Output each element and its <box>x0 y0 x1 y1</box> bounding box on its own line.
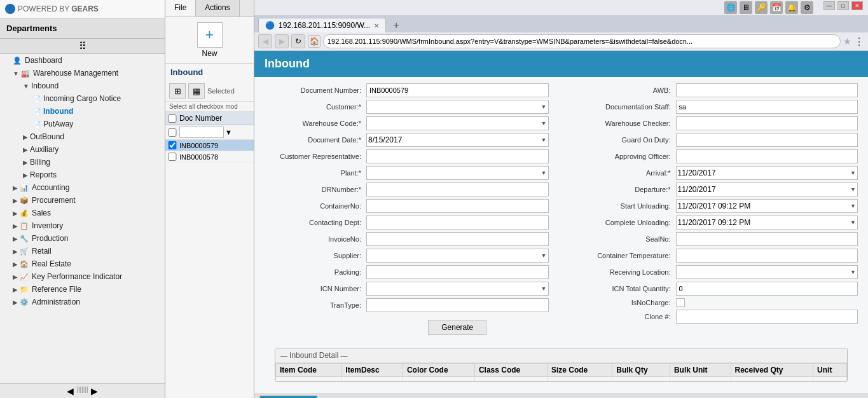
sidebar-scroll-handle[interactable]: ⠿ <box>79 41 86 51</box>
input-container-temp[interactable] <box>676 249 858 263</box>
input-clone[interactable] <box>676 310 858 324</box>
sidebar-item-procurement[interactable]: ▶ 📦 Procurement <box>0 194 165 207</box>
sidebar-item-outbound[interactable]: ▶ OutBound <box>0 130 165 143</box>
doc-checkbox-1[interactable] <box>168 153 177 161</box>
select-receiving-location[interactable]: ▼ <box>676 265 858 279</box>
status-inbound-detail[interactable]: Inbound Detail <box>259 395 317 398</box>
production-icon: 🔧 <box>20 235 29 243</box>
input-dr-number[interactable] <box>366 182 549 196</box>
select-customer[interactable]: ▼ <box>366 100 549 114</box>
tab-close-btn[interactable]: ✕ <box>374 22 379 29</box>
sidebar-item-reference-file[interactable]: ▶ 📁 Reference File <box>0 283 165 296</box>
input-container-no[interactable] <box>366 199 549 213</box>
input-icn-total-qty[interactable] <box>676 282 858 296</box>
restore-btn[interactable]: □ <box>837 1 849 10</box>
browser-menu-btn[interactable]: ⋮ <box>854 36 864 48</box>
sidebar-bottom-scroll-right[interactable]: ▶ <box>91 386 98 396</box>
home-btn[interactable]: 🏠 <box>308 35 320 48</box>
bookmark-icon[interactable]: ★ <box>843 36 851 46</box>
sidebar-item-accounting[interactable]: ▶ 📊 Accounting <box>0 181 165 194</box>
input-approving-officer[interactable] <box>676 149 858 163</box>
sidebar-item-warehouse-management[interactable]: ▼ 🏭 Warehouse Management <box>0 67 165 79</box>
close-btn[interactable]: ✕ <box>851 1 863 10</box>
filter-checkbox[interactable] <box>168 128 177 137</box>
checkbox-is-no-charge[interactable] <box>676 298 685 307</box>
sidebar-item-inbound-parent[interactable]: ▼ Inbound <box>0 79 165 92</box>
expand-icon: ▶ <box>13 286 18 293</box>
select-plant[interactable]: ▼ <box>366 166 549 180</box>
tab-file[interactable]: File <box>165 0 196 17</box>
sidebar-item-dashboard[interactable]: 👤 Dashboard <box>0 54 165 67</box>
minimize-btn[interactable]: — <box>823 1 835 10</box>
select-complete-unloading[interactable]: 11/20/2017 09:12 PM ▼ <box>676 216 858 230</box>
doc-list-row[interactable]: INB0000578 <box>165 151 254 163</box>
sidebar-item-putaway[interactable]: 📄 PutAway <box>0 118 165 130</box>
input-packing[interactable] <box>366 265 549 279</box>
input-guard-on-duty[interactable] <box>676 133 858 147</box>
globe-icon[interactable]: 🌐 <box>724 1 737 14</box>
field-document-date: Document Date:* 8/15/2017 ▼ <box>265 133 549 147</box>
doc-number-filter[interactable] <box>179 127 224 138</box>
input-tran-type[interactable] <box>366 298 549 312</box>
input-customer-rep[interactable] <box>366 149 549 163</box>
address-bar[interactable] <box>323 34 841 48</box>
sidebar-item-incoming-cargo-notice[interactable]: 📄 Incoming Cargo Notice <box>0 92 165 105</box>
key-icon[interactable]: 🔑 <box>755 1 768 14</box>
col-color-code: Color Code <box>403 364 474 377</box>
filter-dropdown-btn[interactable]: ▼ <box>225 128 232 136</box>
monitor-icon[interactable]: 🖥 <box>740 1 752 14</box>
cell-item-desc <box>341 377 403 381</box>
select-supplier[interactable]: ▼ <box>366 249 549 263</box>
select-all-checkbox[interactable] <box>168 114 177 123</box>
browser-tab-bar: 🔵 192.168.201.115:9090/W... ✕ + <box>254 16 868 32</box>
input-seal-no[interactable] <box>676 232 858 246</box>
label-seal-no: SealNo: <box>574 235 676 243</box>
col-received-qty: Received Qty <box>731 364 813 377</box>
browser-tab[interactable]: 🔵 192.168.201.115:9090/W... ✕ <box>258 18 386 32</box>
sidebar-item-auxiliary[interactable]: ▶ Auxiliary <box>0 143 165 156</box>
sidebar-item-retail[interactable]: ▶ 🛒 Retail <box>0 245 165 257</box>
expand-icon: ▶ <box>13 261 18 268</box>
select-warehouse-code[interactable]: ▼ <box>366 116 549 130</box>
sidebar-item-billing[interactable]: ▶ Billing <box>0 156 165 168</box>
sidebar-bottom-scroll-left[interactable]: ◀ <box>67 386 74 396</box>
input-contacting-dept[interactable] <box>366 216 549 230</box>
back-btn[interactable]: ◀ <box>258 34 272 48</box>
grid-view-btn[interactable]: ⊞ <box>169 83 186 99</box>
input-invoice-no[interactable] <box>366 232 549 246</box>
expand-icon: ▶ <box>23 146 28 153</box>
sidebar-item-reports[interactable]: ▶ Reports <box>0 168 165 181</box>
generate-button[interactable]: Generate <box>428 320 486 335</box>
select-icn-number[interactable]: ▼ <box>366 282 549 296</box>
bell-icon[interactable]: 🔔 <box>785 1 798 14</box>
select-document-date[interactable]: 8/15/2017 ▼ <box>366 133 549 147</box>
input-documentation-staff[interactable] <box>676 100 858 114</box>
calendar-icon[interactable]: 📅 <box>770 1 783 14</box>
select-start-unloading[interactable]: 11/20/2017 09:12 PM ▼ <box>676 199 858 213</box>
sidebar-item-inbound[interactable]: 📄 Inbound <box>0 105 165 118</box>
settings-icon[interactable]: ⚙ <box>801 1 813 14</box>
tab-actions[interactable]: Actions <box>196 0 239 17</box>
field-tran-type: TranType: <box>265 298 549 312</box>
sidebar-item-production[interactable]: ▶ 🔧 Production <box>0 232 165 245</box>
select-departure[interactable]: 11/20/2017 ▼ <box>676 182 858 196</box>
doc-list-row[interactable]: INB0000579 <box>165 140 254 151</box>
filter-btn[interactable]: ▦ <box>188 83 205 99</box>
input-document-number[interactable] <box>366 83 549 97</box>
new-icon[interactable]: + <box>197 22 223 48</box>
new-tab-btn[interactable]: + <box>389 18 404 32</box>
label-icn-total-qty: ICN Total Quantity: <box>574 285 676 292</box>
input-warehouse-checker[interactable] <box>676 116 858 130</box>
sidebar-item-sales[interactable]: ▶ 💰 Sales <box>0 207 165 219</box>
sidebar-item-inventory[interactable]: ▶ 📋 Inventory <box>0 219 165 232</box>
doc-checkbox-0[interactable] <box>168 141 177 149</box>
middle-section-title: Inbound <box>165 64 254 81</box>
sidebar-item-real-estate[interactable]: ▶ 🏠 Real Estate <box>0 257 165 270</box>
sidebar-item-kpi[interactable]: ▶ 📈 Key Performance Indicator <box>0 270 165 283</box>
sidebar-item-administration[interactable]: ▶ ⚙️ Administration <box>0 296 165 308</box>
forward-btn[interactable]: ▶ <box>275 34 289 48</box>
select-arrival[interactable]: 11/20/2017 ▼ <box>676 166 858 180</box>
label-warehouse-code: Warehouse Code:* <box>265 120 366 127</box>
input-awb[interactable] <box>676 83 858 97</box>
refresh-btn[interactable]: ↻ <box>291 34 305 48</box>
